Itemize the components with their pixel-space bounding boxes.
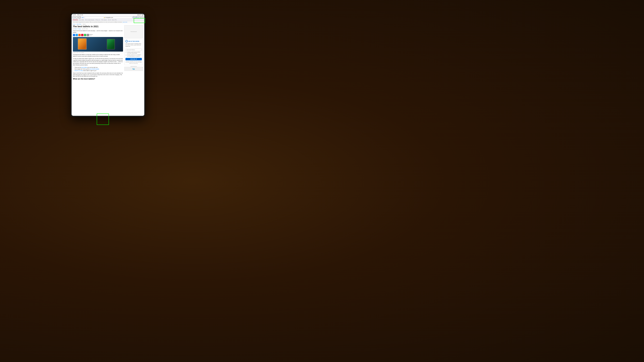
bullet-item: Not an Apple fan? We've got the best And… bbox=[74, 68, 123, 70]
url-text: tomsguide.com bbox=[105, 17, 113, 18]
ad-close-hint[interactable]: ✕ bbox=[142, 67, 142, 68]
lock-icon: 🔒 bbox=[104, 17, 105, 18]
checkbox-label-2: Receive email from us on behalf of our t… bbox=[127, 54, 142, 57]
checkbox-row-1: Contact me with news and offers from oth… bbox=[126, 51, 142, 54]
article-body-3: Keep in mind that if you want a keyboard… bbox=[73, 72, 123, 77]
tablet-screen: 14:49 Mon 12 Jul ●●● 81% ▐ ‹ › ⬜ AA 🔒 to… bbox=[72, 14, 144, 116]
browser-actions: ↻ ⬆ + ⬜ bbox=[133, 16, 143, 18]
article-intro: These are the best tablets for work and … bbox=[73, 30, 123, 33]
forward-button[interactable]: › bbox=[76, 16, 78, 18]
main-column: The best tablets in 2021 By Henry T. Cas… bbox=[73, 25, 123, 80]
tab-euro2020[interactable]: Euro 2020 bbox=[79, 19, 84, 20]
address-bar[interactable]: 🔒 tomsguide.com bbox=[85, 16, 132, 18]
tab-bestvpn[interactable]: Best VPN bbox=[112, 19, 116, 20]
text-size-button[interactable]: AA bbox=[81, 16, 84, 18]
reddit-share-button[interactable]: r bbox=[78, 34, 81, 36]
ipad-pro-vs-link[interactable]: iPad Pro vs. iPad bbox=[74, 70, 82, 71]
article-byline: By Henry T. Casey June 09, 2021 bbox=[73, 28, 123, 29]
hero-image bbox=[73, 37, 123, 51]
twitter-share-button[interactable]: t bbox=[76, 34, 78, 36]
checkbox-partners[interactable] bbox=[126, 54, 127, 56]
affiliate-notice: Tom's Guide is supported by its audience… bbox=[72, 21, 144, 23]
bik-title: BE IN THE KNOW bbox=[128, 40, 139, 42]
learn-more-link[interactable]: Learn more bbox=[123, 21, 127, 22]
new-tab-button[interactable]: + bbox=[138, 16, 140, 18]
bik-header: BE IN THE KNOW bbox=[126, 40, 142, 42]
tab-trending[interactable]: TRENDING bbox=[72, 19, 78, 20]
status-bar: 14:49 Mon 12 Jul ●●● 81% ▐ bbox=[72, 14, 144, 16]
battery-icon: ▐ bbox=[142, 14, 143, 15]
page-content: Tom's Guide is supported by its audience… bbox=[72, 21, 144, 114]
checkbox-future-brands[interactable] bbox=[126, 52, 127, 53]
bookmarks-button[interactable]: ⬜ bbox=[141, 16, 143, 18]
email-input[interactable] bbox=[126, 49, 142, 51]
facebook-share-button[interactable]: f bbox=[73, 34, 75, 36]
tab-tg-awards[interactable]: Tom's Guide Awards bbox=[85, 19, 94, 20]
browser-chrome: ‹ › ⬜ AA 🔒 tomsguide.com ↻ ⬆ + ⬜ TRENDIN… bbox=[72, 16, 144, 21]
flipboard-share-button[interactable]: f bbox=[84, 34, 86, 36]
two-column-layout: The best tablets in 2021 By Henry T. Cas… bbox=[72, 25, 144, 80]
article-body-2: To help you decide which tablet is right… bbox=[73, 58, 123, 66]
wifi-icon: ●●● bbox=[137, 14, 139, 15]
pinterest-share-button[interactable]: p bbox=[81, 34, 84, 36]
breadcrumb: Home › Best Picks › Tablets bbox=[72, 23, 144, 25]
bullet-list: These are the best Kindles you can buy r… bbox=[73, 67, 123, 72]
checkbox-label-1: Contact me with news and offers from oth… bbox=[127, 51, 142, 54]
tabs-button[interactable]: ⬜ bbox=[78, 16, 81, 18]
tab-ios15[interactable]: iOS 15 bbox=[108, 19, 111, 20]
sidebar: Advertisement BE IN THE KNOW Get instant… bbox=[124, 25, 143, 80]
section-heading: What are the best tablets? bbox=[73, 78, 123, 80]
battery-status: 81% bbox=[140, 14, 142, 15]
no-spam-text: No spam, we promise. You can unsubscribe… bbox=[126, 61, 142, 64]
tab-iphone13[interactable]: iPhone 13 bbox=[96, 19, 100, 20]
hp-logo: hp bbox=[132, 68, 135, 70]
status-time: 14:49 bbox=[73, 14, 76, 15]
checkbox-row-2: Receive email from us on behalf of our t… bbox=[126, 54, 142, 57]
tab-ps5[interactable]: PS5 restock bbox=[101, 19, 107, 20]
hp-ad: hp ✕ bbox=[124, 67, 143, 71]
author-link[interactable]: Henry T. Casey bbox=[74, 28, 81, 29]
image-credit: (Image credit: Tom's Guide) bbox=[73, 52, 123, 53]
sidebar-ad: Advertisement bbox=[124, 25, 143, 38]
article-title: The best tablets in 2021 bbox=[73, 25, 123, 28]
sign-up-button[interactable]: SIGN ME UP bbox=[126, 58, 142, 60]
breadcrumb-best-picks[interactable]: Best Picks bbox=[77, 24, 81, 25]
tablet-device: 14:49 Mon 12 Jul ●●● 81% ▐ ‹ › ⬜ AA 🔒 to… bbox=[70, 13, 145, 117]
bullet-item: iPad Pro vs. iPad: Which tablet is right… bbox=[74, 70, 123, 71]
tablet-mockup-right bbox=[107, 39, 115, 49]
bik-circle-icon bbox=[126, 40, 128, 42]
bik-description: Get instant access to breaking news, the… bbox=[126, 43, 142, 47]
breadcrumb-home[interactable]: Home bbox=[73, 24, 76, 25]
bullet-item: These are the best Kindles you can buy r… bbox=[74, 67, 123, 68]
breadcrumb-tablets: Tablets bbox=[82, 24, 86, 25]
be-in-know-widget: BE IN THE KNOW Get instant access to bre… bbox=[124, 39, 143, 65]
article-body-1: Choosing the best tablet is no easy task… bbox=[73, 54, 123, 57]
social-icons: f t r p f ✉ Comments (1) bbox=[73, 34, 123, 36]
browser-toolbar: ‹ › ⬜ AA 🔒 tomsguide.com ↻ ⬆ + ⬜ bbox=[72, 16, 144, 19]
reload-button[interactable]: ↻ bbox=[133, 16, 135, 18]
nav-tabs: TRENDING Euro 2020 Tom's Guide Awards iP… bbox=[72, 19, 144, 21]
best-kindles-link[interactable]: best Kindles bbox=[81, 67, 87, 68]
tablet-mockup-left bbox=[78, 38, 87, 50]
back-button[interactable]: ‹ bbox=[72, 16, 75, 18]
status-date: Mon 12 Jul bbox=[77, 14, 83, 15]
comments-button[interactable]: Comments (1) bbox=[90, 34, 92, 36]
best-android-link[interactable]: best Android tablets bbox=[90, 68, 99, 70]
share-button[interactable]: ⬆ bbox=[136, 16, 138, 18]
